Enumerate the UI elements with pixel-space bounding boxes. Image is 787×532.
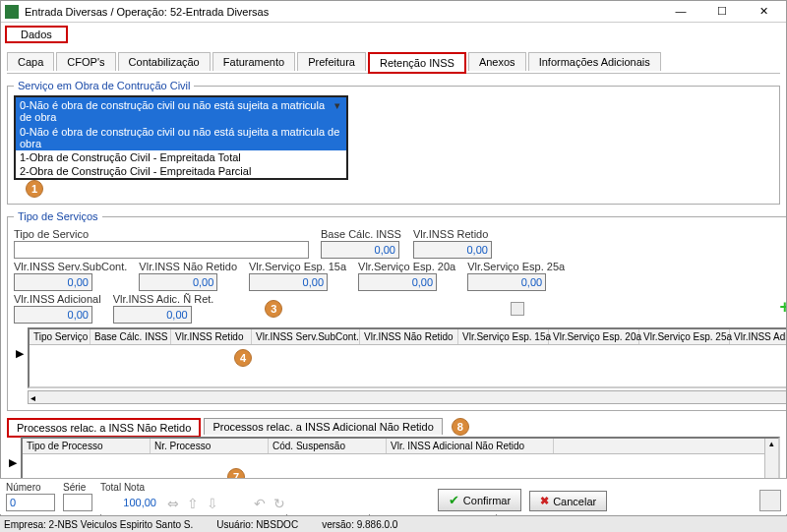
lbl-base-calc: Base Cálc. INSS: [321, 228, 401, 240]
dropdown-selected[interactable]: 0-Não é obra de construção civil ou não …: [16, 97, 346, 125]
nao-retido-input[interactable]: [139, 273, 217, 291]
dropdown-option-2[interactable]: 2-Obra de Construção Civil - Empreitada …: [16, 164, 346, 178]
servico-civil-legend: Serviço em Obra de Contrução Civil: [14, 80, 194, 91]
gh-7[interactable]: Vlr.Serviço Esp. 25a: [639, 329, 730, 344]
inss-retido-input[interactable]: [413, 241, 492, 259]
grid2-header: Tipo de Processo Nr. Processo Cód. Suspe…: [23, 439, 778, 454]
tab-prefeitura[interactable]: Prefeitura: [297, 52, 366, 71]
status-bar: Empresa: 2-NBS Veiculos Espirito Santo S…: [0, 515, 787, 532]
menu-dados[interactable]: Dados: [5, 26, 68, 43]
g2h-3[interactable]: Vlr. INSS Adicional Não Retido: [387, 439, 554, 453]
status-versao: versão: 9.886.0.0: [322, 519, 397, 530]
lbl-inss-adicional: Vlr.INSS Adicional: [14, 293, 101, 305]
row-marker-icon: ▶: [16, 347, 24, 360]
lbl-esp-15a: Vlr.Serviço Esp. 15a: [249, 261, 346, 272]
refresh-icon[interactable]: ↻: [273, 496, 285, 511]
cancelar-button[interactable]: ✖ Cancelar: [529, 491, 607, 511]
adic-n-ret-input[interactable]: [113, 306, 192, 324]
g2h-2[interactable]: Cód. Suspensão: [269, 439, 387, 453]
servicos-grid[interactable]: Tipo Serviço Base Cálc. INSS Vlr.INSS Re…: [28, 327, 787, 388]
tipo-servicos-group: Tipo de Serviços Tipo de Servico Base Cá…: [7, 210, 787, 411]
add-button[interactable]: +: [779, 297, 787, 318]
export-icon[interactable]: [759, 490, 781, 511]
callout-1: 1: [26, 180, 43, 198]
undo-icon[interactable]: ↶: [254, 496, 266, 511]
maximize-button[interactable]: ☐: [707, 5, 737, 18]
esp-15a-input[interactable]: [249, 273, 328, 291]
gh-5[interactable]: Vlr.Serviço Esp. 15a: [458, 329, 549, 344]
numero-input[interactable]: [6, 494, 55, 511]
tab-proc-adic-nao-retido[interactable]: Processos relac. a INSS Adicional Não Re…: [204, 418, 442, 435]
status-empresa: Empresa: 2-NBS Veiculos Espirito Santo S…: [4, 519, 193, 530]
gh-6[interactable]: Vlr.Serviço Esp. 20a: [549, 329, 639, 344]
status-usuario: Usuário: NBSDOC: [216, 519, 298, 530]
confirmar-button[interactable]: ✔ Confirmar: [438, 489, 521, 511]
esp-25a-input[interactable]: [467, 273, 546, 291]
app-icon: [5, 5, 19, 19]
confirmar-label: Confirmar: [463, 495, 511, 506]
tab-capa[interactable]: Capa: [7, 52, 54, 71]
minimize-button[interactable]: —: [666, 5, 696, 18]
doc-icon[interactable]: [511, 302, 524, 316]
callout-8: 8: [452, 418, 469, 436]
grid-header: Tipo Serviço Base Cálc. INSS Vlr.INSS Re…: [30, 329, 787, 345]
lbl-serv-subcont: Vlr.INSS Serv.SubCont.: [14, 261, 127, 272]
tab-proc-nao-retido[interactable]: Processos relac. a INSS Não Retido: [7, 418, 201, 438]
lbl-tipo-servico: Tipo de Servico: [14, 228, 309, 240]
up-icon[interactable]: ⇧: [187, 496, 199, 511]
lbl-nao-retido: Vlr.INSS Não Retido: [139, 261, 237, 272]
inss-adicional-input[interactable]: [14, 306, 92, 324]
x-icon: ✖: [540, 495, 549, 507]
tipo-servicos-legend: Tipo de Serviços: [14, 210, 102, 222]
g2h-0[interactable]: Tipo de Processo: [23, 439, 151, 453]
tab-anexos[interactable]: Anexos: [468, 52, 526, 71]
gh-1[interactable]: Base Cálc. INSS: [91, 329, 171, 344]
serv-subcont-input[interactable]: [14, 273, 92, 291]
lbl-esp-25a: Vlr.Serviço Esp. 25a: [467, 261, 565, 272]
servico-civil-dropdown[interactable]: 0-Não é obra de construção civil ou não …: [14, 95, 348, 180]
servico-civil-group: Serviço em Obra de Contrução Civil 0-Não…: [7, 80, 780, 205]
window-title: Entrada Diversas / Operação: 52-Entrada …: [25, 6, 666, 18]
tipo-servico-input[interactable]: [14, 241, 309, 259]
tab-cfops[interactable]: CFOP's: [56, 52, 115, 71]
footer-toolbar: Número Série Total Nota ⇔ ⇧ ⇩ ↶ ↻ ✔ Conf…: [0, 478, 787, 514]
callout-4: 4: [234, 349, 252, 367]
gh-3[interactable]: Vlr.INSS Serv.SubCont.: [252, 329, 360, 344]
sub-tabs: Processos relac. a INSS Não Retido Proce…: [7, 417, 780, 437]
tab-contabilizacao[interactable]: Contabilização: [118, 52, 211, 71]
down-icon[interactable]: ⇩: [207, 496, 218, 511]
dropdown-option-1[interactable]: 1-Obra de Construção Civil - Empreitada …: [16, 150, 346, 164]
gh-0[interactable]: Tipo Serviço: [30, 329, 91, 344]
lbl-adic-n-ret: Vlr.INSS Adic. Ñ Ret.: [113, 293, 214, 305]
g2h-1[interactable]: Nr. Processo: [151, 439, 269, 453]
grid-hscroll[interactable]: ◂▸: [28, 390, 787, 404]
link-icon[interactable]: ⇔: [167, 496, 179, 511]
gh-4[interactable]: Vlr.INSS Não Retido: [360, 329, 458, 344]
cancelar-label: Cancelar: [553, 496, 596, 507]
esp-20a-input[interactable]: [358, 273, 437, 291]
lbl-esp-20a: Vlr.Serviço Esp. 20a: [358, 261, 455, 272]
base-calc-input[interactable]: [321, 241, 399, 259]
callout-3: 3: [265, 300, 282, 318]
chevron-down-icon[interactable]: ▾: [331, 99, 344, 113]
gh-2[interactable]: Vlr.INSS Retido: [171, 329, 252, 344]
lbl-inss-retido: Vlr.INSS Retido: [413, 228, 492, 240]
total-value: [100, 494, 159, 511]
tab-info-adicionais[interactable]: Informações Adicionais: [528, 52, 661, 71]
title-bar: Entrada Diversas / Operação: 52-Entrada …: [1, 1, 786, 23]
tab-retencao-inss[interactable]: Retenção INSS: [368, 52, 466, 74]
serie-input[interactable]: [63, 494, 92, 511]
main-tabs: Capa CFOP's Contabilização Faturamento P…: [7, 51, 780, 74]
lbl-total: Total Nota: [100, 482, 159, 493]
check-icon: ✔: [449, 493, 459, 507]
row-marker-icon-2: ▶: [9, 456, 17, 469]
lbl-serie: Série: [63, 482, 92, 493]
menu-bar: Dados: [1, 23, 786, 45]
gh-8[interactable]: Vlr.INSS Adicional: [730, 329, 787, 344]
dropdown-option-0[interactable]: 0-Não é obra de construção civil ou não …: [16, 125, 346, 150]
tab-faturamento[interactable]: Faturamento: [212, 52, 295, 71]
close-button[interactable]: ✕: [749, 5, 778, 18]
lbl-numero: Número: [6, 482, 55, 493]
